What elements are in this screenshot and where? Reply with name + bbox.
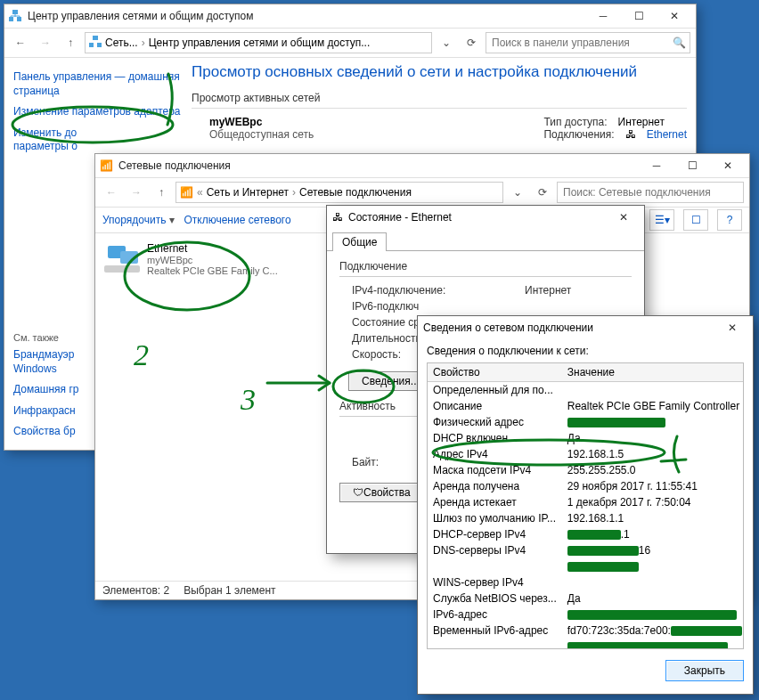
win1-content: Просмотр основных сведений о сети и наст… — [192, 60, 687, 141]
organize-button[interactable]: Упорядочить — [102, 214, 166, 226]
forward-button[interactable]: → — [126, 182, 147, 203]
close-button[interactable]: ✕ — [710, 154, 746, 177]
element-count: Элементов: 2 — [102, 584, 169, 597]
details-value: 29 ноября 2017 г. 11:55:41 — [562, 478, 744, 494]
search-box[interactable]: 🔍 — [486, 32, 690, 53]
history-dropdown[interactable]: ⌄ — [436, 32, 457, 53]
maximize-button[interactable]: ☐ — [674, 154, 710, 177]
connection-group-label: Подключение — [339, 260, 632, 273]
close-button[interactable]: ✕ — [608, 208, 639, 227]
bc-seg[interactable]: Сеть и Интернет — [207, 186, 289, 199]
close-details-button[interactable]: Закрыть — [665, 660, 744, 681]
help-button[interactable]: ? — [717, 209, 742, 231]
details-row: DNS-серверы IPv416 — [428, 542, 744, 558]
up-button[interactable]: ↑ — [60, 32, 81, 53]
refresh-button[interactable]: ⟳ — [461, 32, 482, 53]
details-property: Аренда получена — [428, 478, 562, 494]
details-subtitle: Сведения о подключении к сети: — [418, 339, 753, 359]
disable-device-button[interactable]: Отключение сетевого — [184, 214, 290, 226]
svg-rect-1 — [17, 17, 21, 21]
win1-title: Центр управления сетями и общим доступом — [28, 10, 585, 22]
shield-icon: 🛡 — [353, 486, 363, 499]
col-value[interactable]: Значение — [562, 363, 744, 382]
ipv4-conn-value: Интернет — [525, 284, 632, 297]
details-row: WINS-сервер IPv4 — [428, 574, 744, 590]
details-value — [562, 382, 744, 399]
change-sharing-settings-link[interactable]: Изменить до параметры о — [13, 126, 192, 154]
svg-rect-3 — [89, 43, 94, 47]
maximize-button[interactable]: ☐ — [621, 4, 657, 28]
connections-label: Подключения: — [543, 128, 614, 141]
bc-seg[interactable]: Сеть... — [105, 37, 138, 49]
network-icon — [89, 36, 102, 51]
ipv4-conn-label: IPv4-подключение: — [352, 284, 525, 297]
adapter-name: Ethernet — [147, 242, 278, 255]
details-row — [428, 639, 744, 649]
search-input[interactable] — [490, 36, 673, 50]
details-row: IPv6-адрес — [428, 606, 744, 623]
page-heading: Просмотр основных сведений о сети и наст… — [192, 63, 687, 81]
details-value: .1 — [562, 526, 744, 542]
view-options-button[interactable]: ☰▾ — [649, 209, 674, 231]
change-adapter-settings-link[interactable]: Изменение параметров адаптера — [13, 105, 192, 119]
bc-seg[interactable]: Центр управления сетями и общим доступ..… — [149, 37, 371, 49]
refresh-button[interactable]: ⟳ — [532, 182, 553, 203]
details-value: 16 — [562, 542, 744, 558]
search-input[interactable] — [561, 185, 739, 199]
details-value: 1 декабря 2017 г. 7:50:04 — [562, 494, 744, 510]
control-panel-home-link[interactable]: Панель управления — домашняя страница — [13, 70, 192, 98]
network-type: Общедоступная сеть — [209, 128, 314, 141]
tab-general[interactable]: Общие — [332, 232, 387, 251]
win2-title: Сетевые подключения — [118, 159, 639, 172]
svg-rect-2 — [12, 10, 18, 14]
chevron-right-icon: › — [292, 186, 296, 199]
dropdown-icon[interactable]: ▾ — [169, 214, 175, 226]
details-value — [562, 558, 744, 574]
win1-toolbar: ← → ↑ Сеть... › Центр управления сетями … — [4, 28, 696, 58]
details-property: Адрес IPv4 — [428, 446, 562, 462]
details-row — [428, 558, 744, 574]
details-row: Временный IPv6-адресfd70:723c:35da:7e00: — [428, 623, 744, 639]
details-value: 192.168.1.5 — [562, 446, 744, 462]
breadcrumb[interactable]: 📶 « Сеть и Интернет › Сетевые подключени… — [175, 182, 503, 203]
win2-toolbar: ← → ↑ 📶 « Сеть и Интернет › Сетевые подк… — [95, 178, 749, 208]
details-property: Аренда истекает — [428, 494, 562, 510]
search-icon: 🔍 — [673, 37, 686, 49]
details-property: Определенный для по... — [428, 382, 562, 399]
svg-rect-8 — [104, 265, 140, 273]
adapter-item-ethernet[interactable]: Ethernet myWEBpc Realtek PCIe GBE Family… — [95, 233, 345, 285]
details-value: 255.255.255.0 — [562, 462, 744, 478]
network-connection-details-dialog: Сведения о сетевом подключении ✕ Сведени… — [417, 315, 754, 695]
chevron-icon: « — [197, 186, 203, 199]
svg-rect-5 — [93, 36, 98, 40]
details-property: DHCP-сервер IPv4 — [428, 526, 562, 542]
details-row: DHCP-сервер IPv4.1 — [428, 526, 744, 542]
details-row: Адрес IPv4192.168.1.5 — [428, 446, 744, 462]
access-type-label: Тип доступа: — [543, 116, 607, 128]
history-dropdown[interactable]: ⌄ — [507, 182, 528, 203]
details-value — [562, 639, 744, 649]
ethernet-icon: 🖧 — [332, 211, 343, 224]
connection-link[interactable]: Ethernet — [647, 128, 687, 141]
back-button[interactable]: ← — [10, 32, 31, 53]
col-property[interactable]: Свойство — [428, 363, 562, 382]
details-property: Шлюз по умолчанию IP... — [428, 510, 562, 526]
breadcrumb[interactable]: Сеть... › Центр управления сетями и общи… — [85, 32, 432, 53]
details-table-scroll[interactable]: Свойство Значение Определенный для по...… — [427, 362, 744, 649]
minimize-button[interactable]: ─ — [639, 154, 674, 177]
network-icon: 📶 — [180, 186, 193, 199]
network-icon — [8, 9, 22, 23]
bc-seg[interactable]: Сетевые подключения — [299, 186, 412, 199]
details-row: DHCP включенДа — [428, 430, 744, 446]
properties-button[interactable]: 🛡Свойства — [339, 483, 424, 502]
minimize-button[interactable]: ─ — [585, 4, 621, 28]
up-button[interactable]: ↑ — [151, 182, 172, 203]
close-button[interactable]: ✕ — [657, 4, 692, 28]
close-button[interactable]: ✕ — [717, 318, 747, 338]
forward-button[interactable]: → — [35, 32, 56, 53]
back-button[interactable]: ← — [101, 182, 122, 203]
details-property — [428, 639, 562, 649]
preview-pane-button[interactable]: ☐ — [683, 209, 708, 231]
search-box[interactable] — [557, 182, 744, 203]
adapter-network: myWEBpc — [147, 255, 278, 265]
